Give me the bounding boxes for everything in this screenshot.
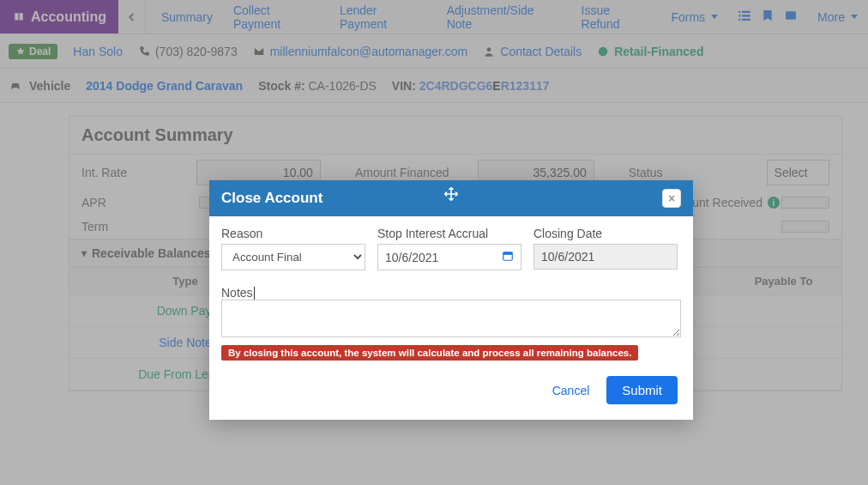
drag-handle-icon[interactable] [443, 185, 460, 206]
submit-button[interactable]: Submit [606, 376, 678, 404]
svg-rect-10 [503, 252, 513, 255]
reason-select[interactable]: Account Final [221, 244, 365, 270]
closing-date: 10/6/2021 [533, 244, 678, 270]
reason-label: Reason [221, 227, 365, 240]
close-icon[interactable]: × [662, 189, 681, 208]
notes-textarea[interactable] [221, 300, 681, 337]
stop-accrual-date[interactable]: 10/6/2021 [377, 244, 521, 270]
modal-title: Close Account [221, 190, 322, 207]
cancel achter-button[interactable]: Cancel [552, 384, 590, 397]
notes-label: Notes [221, 286, 681, 300]
closing-date-label: Closing Date [533, 227, 678, 240]
calendar-icon[interactable] [502, 250, 514, 264]
text-caret [254, 287, 255, 300]
warning-banner: By closing this account, the system will… [221, 345, 638, 361]
stop-accrual-label: Stop Interest Accrual [377, 227, 521, 240]
close-account-modal: Close Account × Reason Account Final Sto… [209, 180, 693, 420]
